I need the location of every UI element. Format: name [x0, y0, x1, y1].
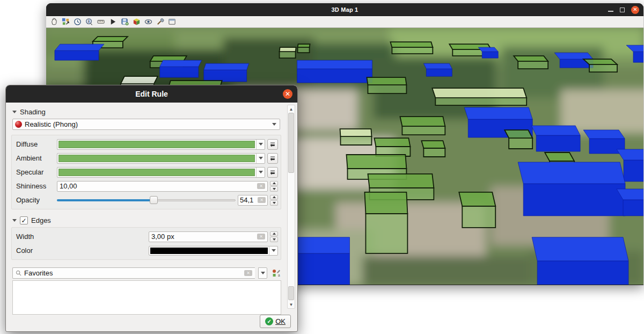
building-front	[204, 70, 247, 82]
maximize-icon[interactable]	[620, 8, 625, 12]
dialog-footer: ✓ OK	[6, 311, 297, 331]
shading-type-combobox[interactable]: Realistic (Phong)	[12, 119, 280, 130]
building-roof	[374, 138, 410, 147]
specular-color-button[interactable]	[57, 167, 265, 178]
dialog-scroll-area: Shading Realistic (Phong) Diffuse Ambien…	[6, 103, 297, 311]
step-up-button[interactable]	[270, 231, 278, 237]
building-roof	[518, 162, 625, 184]
play-animation-icon[interactable]	[109, 18, 117, 26]
phong-sphere-icon	[15, 121, 22, 128]
edges-section-header[interactable]: ✓ Edges	[12, 216, 281, 224]
favorites-search-input[interactable]: Favorites ✕	[12, 267, 255, 279]
edges-checkbox[interactable]: ✓	[20, 216, 28, 224]
opacity-stepper	[270, 195, 278, 206]
window-close-icon[interactable]: ✕	[631, 6, 639, 14]
clear-value-icon[interactable]: ✕	[257, 183, 265, 189]
building-front	[537, 261, 628, 285]
building-roof	[93, 37, 128, 41]
ok-button[interactable]: ✓ OK	[260, 315, 291, 328]
clear-value-icon[interactable]: ✕	[257, 234, 265, 239]
building-front	[509, 138, 532, 149]
step-down-button[interactable]	[270, 200, 278, 206]
ambient-color-button[interactable]	[57, 153, 265, 164]
edge-width-value: 3,00 px	[151, 233, 255, 241]
building-front	[462, 206, 495, 228]
edge-width-label: Width	[16, 233, 147, 241]
building-roof	[121, 76, 158, 84]
favorites-list[interactable]	[12, 280, 281, 315]
export-3d-scene-icon[interactable]	[133, 18, 141, 26]
collapse-caret-icon	[12, 111, 17, 113]
building-front	[482, 52, 498, 58]
building-front	[633, 52, 643, 62]
zoom-extent-icon[interactable]	[62, 18, 70, 26]
opacity-slider-handle[interactable]	[150, 196, 158, 204]
building-roof	[298, 44, 310, 47]
favorites-filter-dropdown[interactable]	[258, 267, 267, 279]
chevron-down-icon	[272, 123, 276, 126]
edges-groupbox: Width 3,00 px ✕ Color	[11, 227, 281, 260]
svg-text:a: a	[278, 273, 280, 277]
minimize-icon[interactable]	[608, 11, 613, 12]
style-manager-button[interactable]: a	[270, 268, 281, 279]
save-image-icon[interactable]	[121, 18, 129, 26]
camera-pan-icon[interactable]	[50, 18, 58, 26]
diffuse-color-button[interactable]	[57, 139, 265, 150]
map-window-title: 3D Map 1	[332, 6, 358, 13]
step-up-button[interactable]	[270, 181, 278, 186]
building-roof	[400, 117, 445, 126]
scrollbar-thumb-lower[interactable]	[288, 286, 294, 300]
specular-label: Specular	[16, 168, 55, 176]
chevron-down-icon	[259, 157, 263, 159]
map-window-titlebar[interactable]: 3D Map 1 ✕	[46, 3, 643, 16]
animations-clock-icon[interactable]	[74, 18, 82, 26]
ambient-data-defined-override-button[interactable]	[267, 153, 278, 164]
building-front	[402, 126, 445, 135]
building-roof	[464, 107, 532, 119]
building-roof	[421, 141, 445, 148]
building-roof	[280, 47, 296, 52]
building-roof	[55, 44, 104, 50]
step-down-button[interactable]	[270, 237, 278, 242]
ok-check-icon: ✓	[265, 317, 273, 325]
scrollbar-thumb[interactable]	[288, 113, 294, 173]
scroll-up-icon[interactable]: ▲	[288, 106, 295, 112]
diffuse-color-swatch	[58, 141, 255, 148]
configure-wrench-icon[interactable]	[156, 18, 164, 26]
collapse-caret-icon	[12, 219, 17, 222]
clear-search-icon[interactable]: ✕	[244, 270, 252, 276]
step-up-button[interactable]	[270, 195, 278, 200]
shading-type-value: Realistic (Phong)	[25, 120, 269, 128]
dialog-close-icon[interactable]: ✕	[283, 89, 292, 99]
diffuse-data-defined-override-button[interactable]	[267, 139, 278, 150]
shading-section-header[interactable]: Shading	[12, 108, 281, 116]
dock-window-icon[interactable]	[168, 18, 176, 26]
building-front	[298, 253, 350, 285]
building-roof	[346, 155, 406, 169]
dialog-title: Edit Rule	[135, 90, 168, 98]
step-down-button[interactable]	[270, 186, 278, 192]
identify-icon[interactable]: i	[85, 18, 93, 26]
edge-color-button[interactable]	[149, 246, 278, 256]
chevron-down-icon	[261, 272, 265, 274]
measure-line-icon[interactable]	[97, 18, 105, 26]
building-roof	[423, 63, 452, 69]
opacity-spinbox[interactable]: 54,1 ✕	[238, 195, 268, 206]
shininess-spinbox[interactable]: 10,00 ✕	[57, 181, 268, 192]
specular-data-defined-override-button[interactable]	[267, 167, 278, 178]
scroll-down-icon[interactable]: ▼	[288, 301, 295, 308]
dialog-titlebar[interactable]: Edit Rule ✕	[6, 85, 297, 103]
edge-width-spinbox[interactable]: 3,00 px ✕	[149, 231, 268, 242]
map-toolbar: i	[46, 16, 643, 28]
effects-eye-icon[interactable]	[144, 18, 152, 26]
ambient-label: Ambient	[16, 154, 55, 162]
building-roof	[545, 153, 574, 161]
building-roof	[514, 56, 548, 61]
building-roof	[504, 130, 532, 138]
opacity-slider[interactable]	[57, 195, 236, 206]
dialog-scrollbar[interactable]: ▲ ▼	[287, 105, 295, 309]
edit-rule-dialog: Edit Rule ✕ Shading Realistic (Phong) Di…	[5, 85, 298, 332]
shininess-stepper	[270, 181, 278, 192]
building-front	[280, 52, 296, 58]
clear-value-icon[interactable]: ✕	[258, 197, 266, 203]
